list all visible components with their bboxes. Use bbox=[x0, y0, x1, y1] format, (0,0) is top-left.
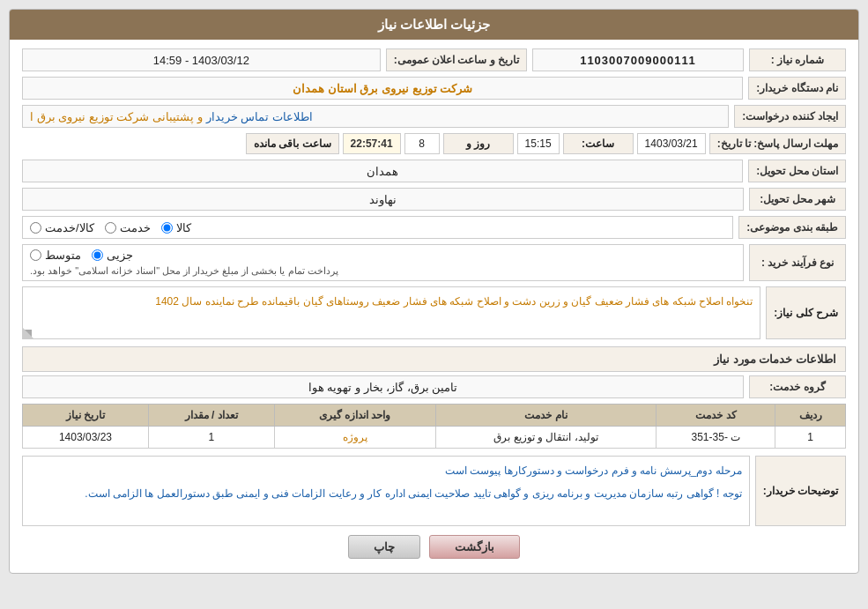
process-label: نوع فرآیند خرید : bbox=[749, 244, 846, 281]
creator-link[interactable]: اطلاعات تماس خریدار bbox=[206, 110, 313, 123]
table-row: 1 ت -35-351 تولید، انتقال و توزیع برق پر… bbox=[23, 427, 846, 449]
reply-remaining: 22:57:41 bbox=[343, 133, 401, 154]
city-label: شهر محل تحویل: bbox=[749, 188, 846, 211]
creator-value: اطلاعات تماس خریدار و پشتیبانی شرکت توزی… bbox=[22, 105, 729, 128]
btn-row: بازگشت چاپ bbox=[22, 535, 846, 559]
process-row: نوع فرآیند خرید : متوسط جزیی پرداخت تمام… bbox=[22, 244, 846, 281]
creator-suffix: و پشتیبانی شرکت توزیع نیروی برق ا bbox=[30, 110, 203, 123]
category-row: طبقه بندی موضوعی: کالا/خدمت خدمت کالا bbox=[22, 216, 846, 239]
need-number-row: شماره نیاز : 1103007009000111 تاریخ و سا… bbox=[22, 48, 846, 71]
need-number-value: 1103007009000111 bbox=[532, 48, 744, 71]
province-label: استان محل تحویل: bbox=[748, 160, 846, 182]
category-options: کالا/خدمت خدمت کالا bbox=[22, 216, 733, 239]
creator-label: ایجاد کننده درخواست: bbox=[734, 105, 846, 128]
category-kala[interactable]: کالا bbox=[161, 221, 191, 234]
buyer-notes-content: مرحله دوم_پرسش نامه و فرم درخواست و دستو… bbox=[22, 456, 750, 526]
reply-deadline-label: مهلت ارسال پاسخ: تا تاریخ: bbox=[709, 133, 846, 154]
process-motavaset[interactable]: متوسط bbox=[30, 249, 81, 262]
reply-remaining-label: ساعت باقی مانده bbox=[246, 133, 339, 154]
col-name: نام خدمت bbox=[435, 405, 657, 427]
col-row: ردیف bbox=[775, 405, 846, 427]
buyer-notes-box: توضیحات خریدار: مرحله دوم_پرسش نامه و فر… bbox=[22, 456, 846, 526]
buyer-notes-label: توضیحات خریدار: bbox=[755, 456, 846, 526]
page-title: جزئیات اطلاعات نیاز bbox=[378, 17, 490, 32]
city-value: نهاوند bbox=[22, 188, 744, 211]
card-body: شماره نیاز : 1103007009000111 تاریخ و سا… bbox=[10, 40, 858, 573]
city-row: شهر محل تحویل: نهاوند bbox=[22, 188, 846, 211]
category-label: طبقه بندی موضوعی: bbox=[738, 216, 846, 239]
process-note: پرداخت تمام یا بخشی از مبلغ خریدار از مح… bbox=[30, 265, 338, 277]
service-group-label: گروه خدمت: bbox=[749, 375, 846, 398]
back-button[interactable]: بازگشت bbox=[429, 535, 520, 559]
announce-datetime-value: 1403/03/12 - 14:59 bbox=[22, 48, 381, 71]
need-number-label: شماره نیاز : bbox=[749, 48, 846, 71]
buyer-org-row: نام دستگاه خریدار: شرکت توزیع نیروی برق … bbox=[22, 77, 846, 100]
service-group-value: تامین برق، گاز، بخار و تهویه هوا bbox=[22, 375, 744, 398]
need-desc-content: تنخواه اصلاح شبکه های فشار ضعیف گیان و ز… bbox=[22, 286, 760, 339]
province-value: همدان bbox=[22, 160, 743, 182]
col-date: تاریخ نیاز bbox=[23, 405, 149, 427]
process-radio-group: متوسط جزیی bbox=[30, 249, 133, 262]
col-qty: تعداد / مقدار bbox=[148, 405, 274, 427]
reply-time: 15:15 bbox=[517, 133, 560, 154]
need-desc-label: شرح کلی نیاز: bbox=[766, 286, 846, 339]
reply-days: 8 bbox=[404, 133, 440, 154]
process-jozei[interactable]: جزیی bbox=[92, 249, 133, 262]
print-button[interactable]: چاپ bbox=[348, 535, 420, 559]
service-group-row: گروه خدمت: تامین برق، گاز، بخار و تهویه … bbox=[22, 375, 846, 398]
category-khedmat[interactable]: خدمت bbox=[105, 221, 151, 234]
services-table: ردیف کد خدمت نام خدمت واحد اندازه گیری ت… bbox=[22, 404, 846, 449]
need-desc-box: شرح کلی نیاز: تنخواه اصلاح شبکه های فشار… bbox=[22, 286, 846, 339]
reply-date: 1403/03/21 bbox=[637, 133, 706, 154]
process-options: متوسط جزیی پرداخت تمام یا بخشی از مبلغ خ… bbox=[22, 244, 744, 281]
buyer-org-value: شرکت توزیع نیروی برق استان همدان bbox=[22, 77, 743, 100]
buyer-org-label: نام دستگاه خریدار: bbox=[748, 77, 846, 100]
province-row: استان محل تحویل: همدان bbox=[22, 160, 846, 182]
services-section-header: اطلاعات خدمات مورد نیاز bbox=[22, 346, 846, 372]
resize-handle[interactable] bbox=[23, 330, 32, 338]
category-radio-group: کالا/خدمت خدمت کالا bbox=[30, 221, 191, 234]
deadline-row: مهلت ارسال پاسخ: تا تاریخ: 1403/03/21 سا… bbox=[22, 133, 846, 154]
reply-day-label: روز و bbox=[443, 133, 514, 154]
category-kala-khedmat[interactable]: کالا/خدمت bbox=[30, 221, 94, 234]
main-card: جزئیات اطلاعات نیاز شماره نیاز : 1103007… bbox=[9, 9, 859, 574]
reply-time-label: ساعت: bbox=[563, 133, 634, 154]
page-wrapper: جزئیات اطلاعات نیاز شماره نیاز : 1103007… bbox=[0, 0, 868, 583]
announce-datetime-label: تاریخ و ساعت اعلان عمومی: bbox=[386, 48, 527, 71]
creator-row: ایجاد کننده درخواست: اطلاعات تماس خریدار… bbox=[22, 105, 846, 128]
col-code: کد خدمت bbox=[657, 405, 775, 427]
card-header: جزئیات اطلاعات نیاز bbox=[10, 10, 858, 40]
col-unit: واحد اندازه گیری bbox=[274, 405, 435, 427]
